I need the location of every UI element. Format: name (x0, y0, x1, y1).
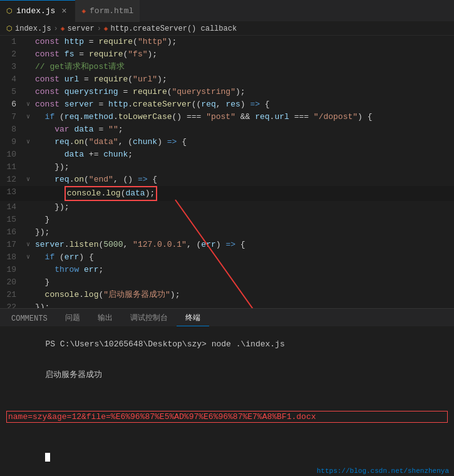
code-line-20: 20 } (0, 276, 454, 289)
code-line-18: 18 ∨ if (err) { (0, 251, 454, 264)
line-content-11: }); (35, 161, 454, 173)
line-num-6: 6 (0, 98, 26, 111)
line-num-14: 14 (0, 201, 26, 214)
terminal-cursor (45, 453, 50, 462)
tab-index-js[interactable]: ⬡ index.js × (0, 0, 75, 22)
line-content-2: const fs = require("fs"); (35, 48, 454, 61)
line-content-3: // get请求和post请求 (35, 61, 454, 73)
line-num-15: 15 (0, 214, 26, 226)
code-line-16: 16 }); (0, 226, 454, 239)
code-line-2: 2 const fs = require("fs"); (0, 48, 454, 61)
line-content-6: const server = http.createServer((req, r… (35, 98, 454, 111)
line-content-15: } (35, 214, 454, 226)
line-num-3: 3 (0, 61, 26, 73)
code-line-7: 7 ∨ if (req.method.toLowerCase() === "po… (0, 111, 454, 123)
code-line-4: 4 const url = require("url"); (0, 73, 454, 86)
line-num-1: 1 (0, 36, 26, 48)
panel-tab-debug[interactable]: 调试控制台 (121, 310, 177, 326)
code-line-8: 8 var data = ""; (0, 123, 454, 136)
line-content-17: server.listen(5000, "127.0.0.1", (err) =… (35, 239, 454, 251)
line-content-19: throw err; (35, 264, 454, 276)
tab-form-html[interactable]: ◈ form.html (75, 0, 140, 22)
line-content-16: }); (35, 226, 454, 239)
line-num-4: 4 (0, 73, 26, 86)
line-num-7: 7 (0, 111, 26, 123)
code-line-14: 14 }); (0, 201, 454, 214)
line-num-17: 17 (0, 239, 26, 251)
line-num-9: 9 (0, 136, 26, 148)
line-num-2: 2 (0, 48, 26, 61)
line-content-8: var data = ""; (35, 123, 454, 136)
breadcrumb-server: server (67, 24, 94, 33)
terminal-line-2: 启动服务器成功 (6, 360, 448, 390)
code-line-11: 11 }); (0, 161, 454, 173)
code-line-1: 1 const http = require("http"); (0, 36, 454, 48)
line-num-12: 12 (0, 173, 26, 186)
watermark: https://blog.csdn.net/shenzhenya (317, 467, 449, 475)
terminal-content[interactable]: PS C:\Users\10265648\Desktop\szy> node .… (0, 326, 454, 476)
line-content-10: data += chunk; (35, 148, 454, 161)
line-content-9: req.on("data", (chunk) => { (35, 136, 454, 148)
panel-tab-comments[interactable]: COMMENTS (3, 312, 56, 326)
breadcrumb-js-icon: ⬡ (6, 24, 13, 33)
line-content-4: const url = require("url"); (35, 73, 454, 86)
panel-tabs: COMMENTS 问题 输出 调试控制台 终端 (0, 309, 454, 326)
line-content-5: const querystring = require("querystring… (35, 86, 454, 98)
panel-tab-output[interactable]: 输出 (89, 310, 121, 326)
code-line-10: 10 data += chunk; (0, 148, 454, 161)
line-num-11: 11 (0, 161, 26, 173)
line-num-13: 13 (0, 186, 26, 199)
code-area: 1 const http = require("http"); 2 const … (0, 36, 454, 326)
terminal-line-1: PS C:\Users\10265648\Desktop\szy> node .… (6, 330, 448, 358)
line-num-8: 8 (0, 123, 26, 136)
line-num-21: 21 (0, 289, 26, 301)
breadcrumb-server-icon: ◈ (61, 24, 65, 33)
line-content-14: }); (35, 201, 454, 214)
breadcrumb-file: index.js (15, 24, 51, 33)
code-line-6: 6 ∨ const server = http.createServer((re… (0, 98, 454, 111)
tab-label-form-html: form.html (90, 6, 133, 16)
breadcrumb-fn-icon: ◈ (104, 24, 108, 33)
line-num-5: 5 (0, 86, 26, 98)
breadcrumb-callback: http.createServer() callback (110, 24, 237, 33)
line-content-18: if (err) { (35, 251, 454, 264)
tab-close-index-js[interactable]: × (59, 6, 69, 16)
panel-tab-terminal[interactable]: 终端 (177, 310, 209, 326)
code-line-17: 17 ∨ server.listen(5000, "127.0.0.1", (e… (0, 239, 454, 251)
tab-label-index-js: index.js (16, 6, 55, 16)
panel-tab-problems[interactable]: 问题 (56, 310, 89, 326)
js-icon: ⬡ (6, 7, 13, 15)
code-line-12: 12 ∨ req.on("end", () => { (0, 173, 454, 186)
code-line-15: 15 } (0, 214, 454, 226)
line-content-13: console.log(data); (35, 186, 454, 201)
code-line-13: 13 console.log(data); (0, 186, 454, 201)
line-num-16: 16 (0, 226, 26, 239)
code-line-9: 9 ∨ req.on("data", (chunk) => { (0, 136, 454, 148)
code-line-3: 3 // get请求和post请求 (0, 61, 454, 73)
line-num-18: 18 (0, 251, 26, 264)
terminal-line-3: name=szy&age=12&file=%E6%96%87%E5%AD%97%… (6, 391, 448, 442)
bottom-panel: COMMENTS 问题 输出 调试控制台 终端 PS C:\Users\1026… (0, 308, 454, 476)
html-icon: ◈ (81, 7, 86, 15)
line-content-12: req.on("end", () => { (35, 173, 454, 186)
line-content-21: console.log("启动服务器成功"); (35, 289, 454, 301)
tab-bar: ⬡ index.js × ◈ form.html (0, 0, 454, 22)
code-line-21: 21 console.log("启动服务器成功"); (0, 289, 454, 301)
line-content-20: } (35, 276, 454, 289)
line-num-10: 10 (0, 148, 26, 161)
breadcrumb: ⬡ index.js › ◈ server › ◈ http.createSer… (0, 22, 454, 36)
breadcrumb-sep1: › (54, 24, 58, 33)
line-num-20: 20 (0, 276, 26, 289)
code-line-5: 5 const querystring = require("querystri… (0, 86, 454, 98)
line-num-19: 19 (0, 264, 26, 276)
line-content-1: const http = require("http"); (35, 36, 454, 48)
code-line-19: 19 throw err; (0, 264, 454, 276)
line-content-7: if (req.method.toLowerCase() === "post" … (35, 111, 454, 123)
breadcrumb-sep2: › (97, 24, 101, 33)
